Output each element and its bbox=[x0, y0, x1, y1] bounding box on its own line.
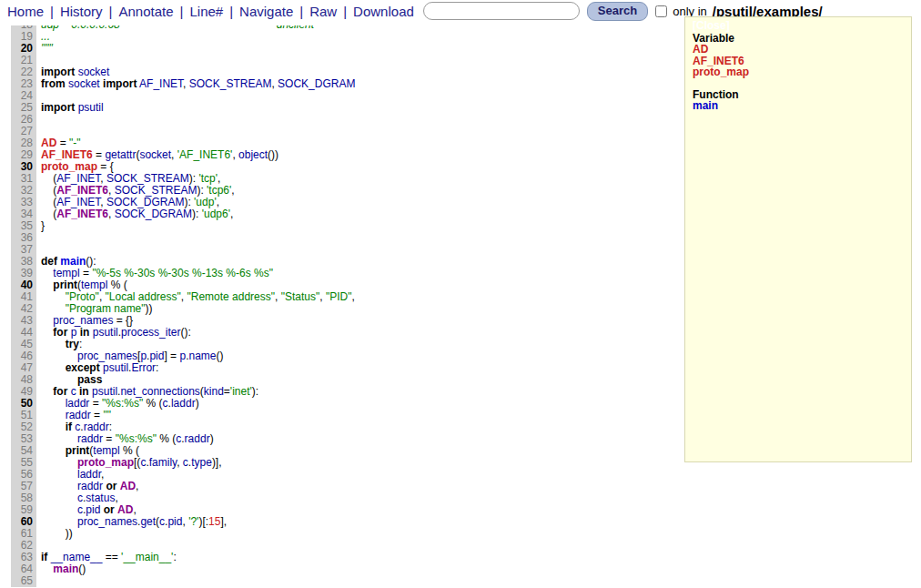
symbol-link[interactable]: SOCK_DGRAM bbox=[106, 196, 184, 208]
code-token: if bbox=[66, 421, 72, 433]
nav-link-annotate[interactable]: Annotate bbox=[119, 4, 174, 19]
code-line: 58 c.status, bbox=[11, 492, 921, 504]
symbol-link[interactable]: psutil bbox=[92, 385, 117, 398]
symbol-link[interactable]: pid bbox=[167, 515, 182, 528]
code-token bbox=[41, 432, 77, 445]
nav-separator: | bbox=[109, 4, 113, 19]
close-link[interactable]: [Close] bbox=[693, 20, 730, 32]
symbol-link[interactable]: kind bbox=[204, 385, 224, 398]
panel-item-main[interactable]: main bbox=[693, 100, 911, 112]
symbol-link[interactable]: main bbox=[53, 563, 78, 575]
symbol-link[interactable]: pid bbox=[86, 503, 100, 516]
nav-link-download[interactable]: Download bbox=[353, 4, 414, 19]
symbol-link[interactable]: AF_INET bbox=[56, 196, 100, 208]
code-token: , bbox=[231, 184, 234, 197]
symbol-link[interactable]: name bbox=[189, 350, 217, 362]
symbol-link[interactable]: laddr bbox=[171, 397, 196, 410]
symbol-link[interactable]: main bbox=[60, 255, 86, 268]
code-token bbox=[41, 563, 53, 575]
nav-link-history[interactable]: History bbox=[60, 4, 103, 19]
nav-link-navigate[interactable]: Navigate bbox=[239, 4, 293, 19]
symbol-link[interactable]: socket bbox=[139, 148, 171, 161]
search-input[interactable] bbox=[423, 2, 580, 20]
symbol-link[interactable]: laddr bbox=[77, 468, 101, 481]
symbol-link[interactable]: __name__ bbox=[51, 551, 103, 563]
code-token: )) bbox=[146, 302, 153, 315]
symbol-link[interactable]: raddr bbox=[185, 432, 210, 445]
code-text: (AF_INET6, SOCK_DGRAM): 'udp6', bbox=[36, 208, 233, 220]
code-token bbox=[41, 492, 77, 504]
symbol-link[interactable]: laddr bbox=[66, 397, 90, 410]
symbol-link[interactable]: AF_INET bbox=[139, 77, 183, 90]
code-token bbox=[41, 267, 53, 279]
symbol-link[interactable]: raddr bbox=[77, 480, 103, 492]
code-token: for bbox=[53, 326, 67, 339]
symbol-link[interactable]: proto_map bbox=[41, 160, 97, 173]
symbol-link[interactable]: type bbox=[191, 456, 212, 469]
symbol-link[interactable]: AF_INET6 bbox=[41, 148, 93, 161]
panel-section-title: Function bbox=[693, 89, 911, 101]
symbol-link[interactable]: pid bbox=[149, 350, 164, 362]
symbol-link[interactable]: psutil bbox=[103, 361, 128, 374]
symbol-link[interactable]: psutil bbox=[78, 101, 104, 114]
symbol-link[interactable]: get bbox=[140, 515, 156, 528]
symbol-link[interactable]: AD bbox=[120, 480, 136, 492]
symbol-link[interactable]: status bbox=[86, 492, 115, 504]
code-token: , bbox=[101, 468, 104, 481]
symbol-link[interactable]: proc_names bbox=[77, 515, 137, 528]
only-in-checkbox[interactable] bbox=[655, 5, 667, 17]
symbol-link[interactable]: SOCK_STREAM bbox=[106, 172, 189, 185]
nav-link-home[interactable]: Home bbox=[7, 4, 44, 19]
symbol-link[interactable]: net_connections bbox=[120, 385, 199, 398]
symbol-link[interactable]: AF_INET6 bbox=[56, 208, 108, 220]
symbol-link[interactable]: raddr bbox=[66, 409, 91, 421]
symbol-link[interactable]: proc_names bbox=[53, 314, 113, 327]
code-token: , bbox=[230, 208, 233, 220]
nav-separator: | bbox=[180, 4, 184, 19]
code-token: , bbox=[275, 290, 281, 303]
symbol-link[interactable]: raddr bbox=[84, 421, 109, 433]
code-text bbox=[36, 575, 41, 587]
code-token: = { bbox=[97, 160, 114, 173]
line-number[interactable]: 65 bbox=[11, 575, 36, 587]
symbol-link[interactable]: templ bbox=[81, 279, 107, 291]
code-token: : bbox=[109, 421, 112, 433]
symbol-link[interactable]: object bbox=[238, 148, 268, 161]
nav-link-line[interactable]: Line# bbox=[189, 4, 223, 19]
symbol-link[interactable]: psutil bbox=[93, 326, 118, 339]
panel-sections: VariableADAF_INET6proto_mapFunctionmain bbox=[693, 33, 911, 112]
code-text: )) bbox=[36, 528, 73, 540]
symbol-link[interactable]: AD bbox=[41, 137, 56, 149]
symbol-link[interactable]: SOCK_STREAM bbox=[189, 77, 272, 90]
symbol-link[interactable]: raddr bbox=[77, 432, 103, 445]
symbol-link[interactable]: socket bbox=[68, 77, 100, 90]
panel-item-proto_map[interactable]: proto_map bbox=[693, 66, 911, 78]
nav-link-raw[interactable]: Raw bbox=[309, 4, 337, 19]
code-token bbox=[41, 314, 53, 327]
symbol-link[interactable]: AF_INET6 bbox=[56, 184, 108, 197]
symbol-link[interactable]: AD bbox=[117, 503, 133, 516]
code-token: 'inet' bbox=[230, 385, 252, 398]
symbol-link[interactable]: family bbox=[149, 456, 177, 469]
symbol-link[interactable]: AF_INET bbox=[56, 172, 100, 185]
symbol-link[interactable]: proc_names bbox=[77, 350, 137, 362]
symbol-link[interactable]: proto_map bbox=[77, 456, 134, 469]
code-token: , bbox=[351, 290, 354, 303]
symbol-link[interactable]: Error bbox=[131, 361, 156, 374]
symbol-link[interactable]: socket bbox=[78, 66, 110, 78]
code-text bbox=[36, 232, 41, 244]
search-button[interactable]: Search bbox=[587, 2, 648, 21]
code-token: in bbox=[79, 385, 89, 398]
code-token bbox=[41, 468, 77, 481]
panel-item-AD[interactable]: AD bbox=[693, 44, 911, 56]
symbol-link[interactable]: templ bbox=[53, 267, 79, 279]
symbol-link[interactable]: templ bbox=[93, 444, 119, 457]
symbol-link[interactable]: SOCK_DGRAM bbox=[115, 208, 192, 220]
code-token bbox=[41, 385, 53, 398]
symbol-link[interactable]: getattr bbox=[105, 148, 136, 161]
nav-separator: | bbox=[229, 4, 233, 19]
code-token: = bbox=[91, 409, 104, 421]
symbol-link[interactable]: SOCK_STREAM bbox=[115, 184, 197, 197]
symbol-link[interactable]: SOCK_DGRAM bbox=[278, 77, 355, 90]
symbol-link[interactable]: process_iter bbox=[121, 326, 180, 339]
